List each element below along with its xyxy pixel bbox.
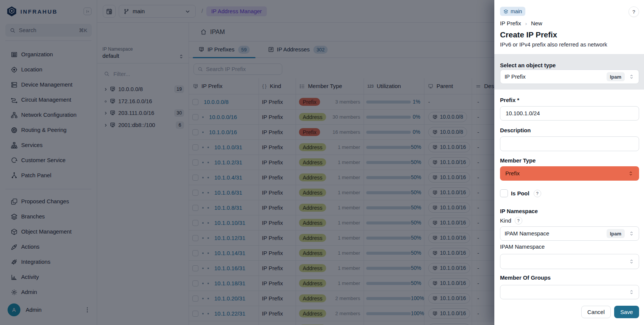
ipam-badge: Ipam [607, 72, 625, 81]
kind-label: Kind [500, 218, 511, 224]
cancel-button[interactable]: Cancel [581, 306, 611, 318]
chevron-right-icon: › [525, 21, 527, 26]
kind-row: Kind ? [500, 217, 522, 224]
description-field-label: Description [500, 127, 531, 133]
unfold-icon [629, 231, 635, 237]
unfold-icon [629, 258, 635, 265]
object-type-select[interactable]: IP Prefix Ipam [500, 70, 639, 84]
ipam-namespace-select[interactable] [500, 254, 639, 269]
object-type-label: Select an object type [500, 62, 556, 68]
ipam-namespace-label: IPAM Namespace [500, 244, 545, 250]
member-of-groups-select[interactable] [500, 285, 639, 299]
kind-select[interactable]: IPAM Namespace Ipam [500, 226, 639, 241]
drawer-breadcrumb-new: New [531, 20, 542, 26]
layers-icon [503, 9, 508, 14]
prefix-value: 10.100.1.0/24 [506, 110, 540, 116]
object-type-value: IP Prefix [505, 74, 526, 80]
drawer-subtitle: IPv6 or IPv4 prefix also referred as net… [500, 42, 607, 48]
prefix-input[interactable]: 10.100.1.0/24 [500, 106, 639, 121]
unfold-icon [629, 74, 635, 80]
drawer-title: Create IP Prefix [500, 30, 557, 39]
kind-value: IPAM Namespace [505, 231, 549, 237]
ip-namespace-heading: IP Namespace [500, 208, 538, 214]
ipam-badge: Ipam [607, 229, 625, 238]
is-pool-label: Is Pool [511, 190, 529, 197]
save-button[interactable]: Save [614, 306, 639, 318]
drawer-breadcrumb: IP Prefix › New [500, 20, 542, 26]
member-type-select[interactable]: Prefix [500, 166, 639, 181]
create-ip-prefix-drawer: main ? IP Prefix › New Create IP Prefix … [494, 0, 644, 325]
infrahub-app: INFRAHUB Search ⌘K Organization Location… [0, 0, 644, 325]
drawer-branch-badge: main [500, 7, 525, 16]
is-pool-help-icon[interactable]: ? [534, 190, 541, 197]
prefix-field-label: Prefix * [500, 97, 519, 103]
drawer-branch-name: main [511, 8, 522, 14]
modal-overlay[interactable] [0, 0, 494, 325]
member-type-value: Prefix [505, 170, 520, 176]
is-pool-row: Is Pool ? [500, 189, 541, 197]
is-pool-checkbox[interactable] [500, 189, 508, 197]
unfold-icon [629, 289, 635, 295]
drawer-breadcrumb-type[interactable]: IP Prefix [500, 20, 521, 26]
help-button[interactable]: ? [629, 6, 639, 17]
kind-help-icon[interactable]: ? [515, 217, 522, 224]
member-of-groups-label: Member Of Groups [500, 275, 551, 281]
description-input[interactable] [500, 136, 639, 151]
member-type-field-label: Member Type [500, 158, 536, 164]
unfold-icon [628, 170, 634, 176]
